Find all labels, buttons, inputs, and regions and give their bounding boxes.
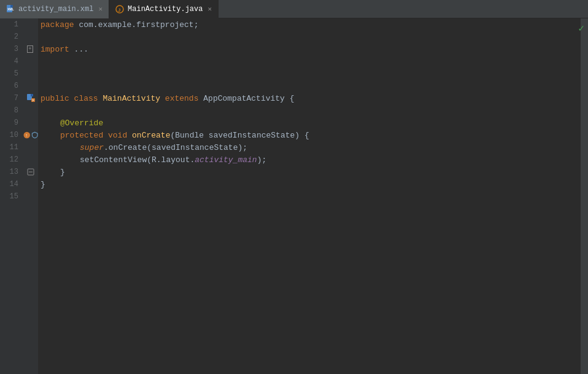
line-num-10: 10 — [0, 131, 23, 139]
gutter-row-7: 7 > — [0, 92, 38, 104]
set-content-view: setContentView(R.layout. — [80, 155, 195, 165]
tab-close-java[interactable]: ✕ — [207, 5, 212, 13]
gutter-icons-7: > — [23, 93, 38, 103]
svg-text:J: J — [118, 7, 120, 13]
code-editor[interactable]: package com.example.firstproject; import… — [38, 18, 581, 374]
keyword-import: import — [41, 45, 69, 54]
editor-window: XML activity_main.xml ✕ J MainActivity.j… — [0, 0, 588, 374]
svg-text:XML: XML — [7, 7, 14, 11]
protected-shield-icon — [31, 131, 39, 139]
params-open: (Bundle savedInstanceState) { — [170, 131, 309, 140]
gutter-row-10: 10 ↑ — [0, 129, 38, 141]
code-line-11: super.onCreate(savedInstanceState); — [41, 141, 581, 154]
gutter-row-13: 13 — [0, 166, 38, 178]
line-num-9: 9 — [0, 119, 23, 127]
tab-label: activity_main.xml — [18, 5, 93, 14]
right-gutter: ✓ — [581, 18, 588, 374]
code-line-5 — [41, 68, 581, 80]
file-status-checkmark: ✓ — [578, 22, 584, 34]
code-line-4 — [41, 55, 581, 68]
override-arrow-icon: ↑ — [23, 131, 31, 139]
tab-close-xml[interactable]: ✕ — [98, 5, 103, 13]
close-brace-class: } — [41, 180, 45, 189]
gutter-row-8: 8 — [0, 104, 38, 117]
kw-class: class — [74, 94, 103, 103]
line-num-4: 4 — [0, 57, 23, 66]
gutter-row-9: 9 — [0, 117, 38, 129]
code-line-15 — [41, 190, 581, 203]
tab-activity-main-xml[interactable]: XML activity_main.xml ✕ — [0, 0, 109, 18]
space — [160, 94, 165, 103]
line-num-1: 1 — [0, 20, 23, 29]
line-num-13: 13 — [0, 168, 23, 176]
line-num-12: 12 — [0, 155, 23, 164]
parent-class: AppCompatActivity { — [203, 94, 294, 103]
kw-protected: protected — [60, 131, 108, 140]
line-num-11: 11 — [0, 143, 23, 152]
method-oncreate: onCreate — [132, 131, 170, 140]
line-num-5: 5 — [0, 69, 23, 78]
line-num-7: 7 — [0, 94, 23, 103]
gutter-row-2: 2 — [0, 31, 38, 43]
gutter-row-6: 6 — [0, 80, 38, 92]
gutter-row-11: 11 — [0, 141, 38, 154]
gutter-icons-10: ↑ — [23, 131, 38, 139]
tab-bar: XML activity_main.xml ✕ J MainActivity.j… — [0, 0, 588, 18]
annotation-override: @Override — [60, 119, 103, 128]
layout-ref: activity_main — [195, 155, 257, 165]
gutter-row-4: 4 — [0, 55, 38, 68]
line-numbers: 1 2 3 + 4 — [0, 18, 38, 203]
line-num-6: 6 — [0, 82, 23, 90]
super-call: .onCreate(savedInstanceState); — [104, 143, 247, 152]
svg-text:↑: ↑ — [25, 133, 28, 138]
code-line-8 — [41, 104, 581, 117]
line-num-2: 2 — [0, 33, 23, 41]
line-num-15: 15 — [0, 192, 23, 201]
kw-void: void — [108, 131, 132, 140]
fold-close-icon[interactable] — [27, 168, 34, 176]
fold-expand-icon[interactable]: + — [27, 45, 33, 53]
code-line-7: public class MainActivity extends AppCom… — [41, 92, 581, 104]
gutter-icons-3[interactable]: + — [23, 45, 38, 53]
keyword-package: package — [41, 20, 79, 29]
java-file-icon: J — [115, 5, 124, 14]
gutter-row-14: 14 — [0, 178, 38, 190]
gutter-row-5: 5 — [0, 68, 38, 80]
editor-area: 1 2 3 + 4 — [0, 18, 588, 374]
tab-label: MainActivity.java — [128, 5, 203, 14]
code-line-9: @Override — [41, 117, 581, 129]
line-num-14: 14 — [0, 180, 23, 189]
close-brace-method: } — [60, 168, 65, 177]
semicolon: ); — [257, 155, 267, 165]
code-line-14: } — [41, 178, 581, 190]
code-line-6 — [41, 80, 581, 92]
gutter-row-12: 12 — [0, 154, 38, 166]
code-line-3: import ... — [41, 43, 581, 55]
file-class-icon: > — [26, 93, 36, 103]
code-line-12: setContentView(R.layout.activity_main); — [41, 154, 581, 166]
keyword-super: super — [80, 143, 104, 152]
kw-extends: extends — [165, 94, 203, 103]
import-dots: ... — [69, 45, 88, 54]
kw-public: public — [41, 94, 74, 103]
code-line-1: package com.example.firstproject; — [41, 18, 581, 31]
code-line-13: } — [41, 166, 581, 178]
code-line-2 — [41, 31, 581, 43]
package-name: com.example.firstproject; — [79, 20, 198, 29]
gutter-row-1: 1 — [0, 18, 38, 31]
gutter-row-3: 3 + — [0, 43, 38, 55]
svg-text:>: > — [32, 98, 34, 102]
tab-main-activity-java[interactable]: J MainActivity.java ✕ — [109, 0, 219, 18]
class-name-main-activity: MainActivity — [103, 94, 160, 103]
code-line-10: protected void onCreate(Bundle savedInst… — [41, 129, 581, 141]
gutter-row-15: 15 — [0, 190, 38, 203]
line-num-8: 8 — [0, 106, 23, 115]
gutter-icons-13[interactable] — [23, 168, 38, 176]
line-gutter: 1 2 3 + 4 — [0, 18, 38, 374]
xml-file-icon: XML — [6, 5, 15, 14]
line-num-3: 3 — [0, 45, 23, 53]
